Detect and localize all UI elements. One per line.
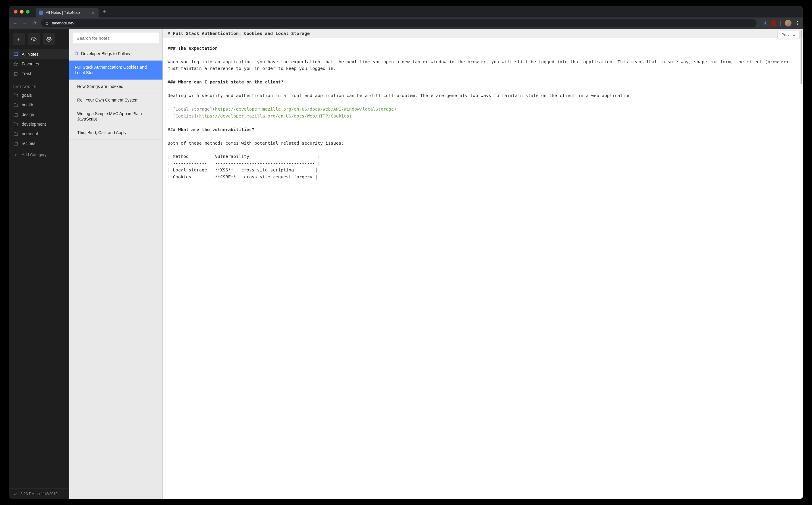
window-controls bbox=[14, 10, 29, 14]
editor-heading-3: ### What are the vulnerabilities? bbox=[163, 126, 406, 133]
note-title: This, Bind, Call, and Apply bbox=[77, 130, 157, 135]
editor-blank-line bbox=[163, 133, 406, 140]
maximize-window-button[interactable] bbox=[26, 10, 29, 14]
editor-paragraph: When you log into an application, you ha… bbox=[163, 58, 406, 72]
folder-icon bbox=[13, 122, 18, 127]
editor-blank-line bbox=[163, 86, 406, 92]
note-item[interactable]: Roll Your Own Comment System bbox=[69, 94, 162, 107]
editor-blank-line bbox=[163, 38, 406, 45]
svg-marker-5 bbox=[75, 51, 78, 54]
search-input[interactable] bbox=[73, 32, 159, 43]
browser-tab-bar: All Notes | TakeNote ✕ + bbox=[9, 6, 406, 17]
editor-table-row: | Cookies | **CSRF** - cross-site reques… bbox=[163, 174, 406, 180]
category-development[interactable]: development bbox=[9, 119, 69, 129]
sidebar-actions bbox=[9, 29, 69, 48]
folder-icon bbox=[13, 113, 18, 117]
add-category-label: Add Category bbox=[22, 152, 47, 157]
svg-marker-4 bbox=[14, 62, 18, 66]
url-text: takenote.dev bbox=[52, 21, 74, 25]
notes-list-panel: Developer Blogs to FollowFull Stack Auth… bbox=[69, 29, 163, 252]
category-design[interactable]: design bbox=[9, 110, 69, 119]
sidebar-nav-favorites[interactable]: Favorites bbox=[9, 59, 69, 69]
note-title: Developer Blogs to Follow bbox=[81, 51, 157, 56]
note-item[interactable]: Developer Blogs to Follow bbox=[69, 47, 162, 60]
categories-header: CATEGORIES bbox=[9, 79, 69, 91]
back-button[interactable]: ← bbox=[12, 20, 18, 26]
nav-label: Trash bbox=[22, 71, 32, 76]
editor-blank-line bbox=[163, 146, 406, 153]
link-url: (https://developer.mozilla.org/en-US/doc… bbox=[196, 114, 352, 119]
browser-window: All Notes | TakeNote ✕ + ← → ⟳ takenote.… bbox=[9, 6, 406, 252]
settings-button[interactable] bbox=[43, 33, 55, 45]
category-label: design bbox=[22, 112, 34, 117]
link-text: [Local storage] bbox=[173, 107, 212, 112]
editor-link-line: - [Cookies](https://developer.mozilla.or… bbox=[163, 113, 406, 119]
editor-link-line: - [Local storage](https://developer.mozi… bbox=[163, 106, 406, 113]
list-dash: - bbox=[168, 114, 173, 119]
link-text: [Cookies] bbox=[173, 114, 196, 119]
notes-container: Developer Blogs to FollowFull Stack Auth… bbox=[69, 47, 162, 140]
star-icon bbox=[75, 51, 79, 55]
list-dash: - bbox=[168, 107, 173, 112]
note-item[interactable]: Writing a Simple MVC App in Plain JavaSc… bbox=[69, 107, 162, 126]
close-tab-button[interactable]: ✕ bbox=[91, 10, 95, 15]
editor-heading-3: ### Where can I persist state on the cli… bbox=[163, 78, 406, 85]
category-label: health bbox=[22, 103, 33, 107]
category-label: development bbox=[22, 122, 46, 127]
minimize-window-button[interactable] bbox=[20, 10, 23, 14]
editor-content[interactable]: # Full Stack Authentication: Cookies and… bbox=[163, 29, 406, 180]
editor-blank-line bbox=[163, 72, 406, 78]
category-personal[interactable]: personal bbox=[9, 129, 69, 139]
nav-label: All Notes bbox=[22, 52, 39, 57]
folder-icon bbox=[13, 132, 18, 136]
sync-button[interactable] bbox=[28, 33, 40, 45]
editor-paragraph: Both of these methods comes with potenti… bbox=[163, 140, 406, 146]
nav-label: Favorites bbox=[22, 61, 39, 66]
category-recipes[interactable]: recipes bbox=[9, 139, 69, 148]
category-label: goals bbox=[22, 93, 32, 98]
note-title: Writing a Simple MVC App in Plain JavaSc… bbox=[77, 111, 157, 122]
tab-favicon bbox=[39, 11, 43, 15]
editor-heading-1: # Full Stack Authentication: Cookies and… bbox=[163, 29, 406, 38]
new-note-button[interactable] bbox=[13, 33, 25, 45]
category-goals[interactable]: goals bbox=[9, 91, 69, 100]
editor-blank-line bbox=[163, 119, 406, 126]
svg-point-3 bbox=[48, 38, 49, 40]
editor-table-row: | Method | Vulnerability | bbox=[163, 153, 406, 160]
star-icon bbox=[13, 62, 18, 66]
editor-table-row: | ------------- | ----------------------… bbox=[163, 160, 406, 167]
reload-button[interactable]: ⟳ bbox=[31, 20, 37, 26]
browser-tab[interactable]: All Notes | TakeNote ✕ bbox=[35, 8, 99, 17]
editor-blank-line bbox=[163, 51, 406, 58]
editor-blank-line bbox=[163, 99, 406, 106]
editor-table-row: | Local storage | **XSS** - cross-site s… bbox=[163, 167, 406, 173]
folder-icon bbox=[13, 103, 18, 107]
editor-panel[interactable]: Preview # Full Stack Authentication: Coo… bbox=[163, 29, 406, 252]
category-label: recipes bbox=[22, 141, 35, 146]
editor-heading-3: ### The expectation bbox=[163, 45, 406, 51]
app-content: All NotesFavoritesTrash CATEGORIES goals… bbox=[9, 29, 406, 252]
add-category-button[interactable]: + Add Category bbox=[9, 148, 69, 161]
search-container bbox=[69, 29, 162, 47]
browser-toolbar: ← → ⟳ takenote.dev ★ u | ⋮ bbox=[9, 17, 406, 29]
sidebar-nav-trash[interactable]: Trash bbox=[9, 69, 69, 78]
new-tab-button[interactable]: + bbox=[103, 9, 106, 15]
tab-title: All Notes | TakeNote bbox=[46, 11, 80, 15]
trash-icon bbox=[13, 71, 18, 76]
close-window-button[interactable] bbox=[14, 10, 17, 14]
address-bar[interactable]: takenote.dev bbox=[41, 19, 406, 27]
lock-icon bbox=[45, 21, 49, 25]
link-url: (https://developer.mozilla.org/en-US/doc… bbox=[212, 107, 396, 112]
note-item[interactable]: Full Stack Authentication: Cookies and L… bbox=[69, 60, 162, 79]
forward-button[interactable]: → bbox=[22, 20, 28, 26]
sidebar-nav-all-notes[interactable]: All Notes bbox=[9, 49, 69, 59]
note-item[interactable]: This, Bind, Call, and Apply bbox=[69, 126, 162, 140]
note-item[interactable]: How Strings are Indexed bbox=[69, 80, 162, 94]
category-label: personal bbox=[22, 131, 38, 136]
note-title: Roll Your Own Comment System bbox=[77, 97, 157, 103]
sidebar-nav: All NotesFavoritesTrash bbox=[9, 48, 69, 79]
category-health[interactable]: health bbox=[9, 100, 69, 110]
book-icon bbox=[13, 52, 18, 57]
folder-icon bbox=[13, 93, 18, 98]
editor-paragraph: Dealing with security and authentication… bbox=[163, 92, 406, 99]
